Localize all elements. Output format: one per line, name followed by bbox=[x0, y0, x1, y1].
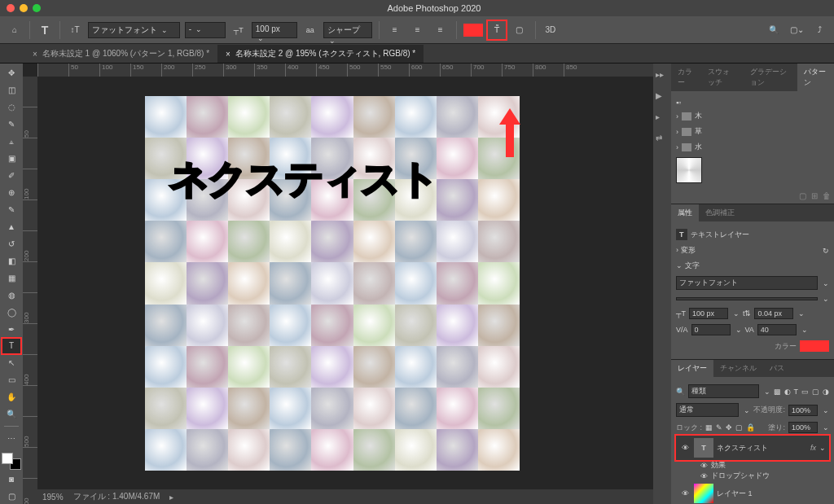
character-section[interactable]: 文字 bbox=[685, 261, 700, 270]
dock-expand-icon[interactable]: ▸▸ bbox=[656, 70, 669, 83]
threed-label[interactable]: 3D bbox=[542, 22, 559, 38]
adjustments-tab[interactable]: 色調補正 bbox=[699, 204, 741, 221]
search-icon[interactable]: 🔍 bbox=[676, 388, 685, 396]
text-color-chip[interactable] bbox=[800, 340, 829, 352]
workspace-icon[interactable]: ▢⌄ bbox=[788, 22, 805, 38]
clone-tool-icon[interactable]: ▲ bbox=[2, 219, 20, 234]
close-tab-icon[interactable]: × bbox=[33, 50, 37, 59]
pen-tool-icon[interactable]: ✒ bbox=[2, 322, 20, 337]
canvas-text-layer[interactable]: ネクスティスト bbox=[169, 153, 437, 205]
prop-kerning[interactable] bbox=[757, 324, 797, 335]
filter-pixel-icon[interactable]: ▩ bbox=[774, 388, 781, 396]
transform-section[interactable]: 変形 bbox=[681, 246, 696, 254]
prop-tracking-va[interactable] bbox=[691, 324, 731, 335]
canvas-area[interactable]: 5010015020025030035040045050055060065070… bbox=[23, 64, 653, 504]
lasso-tool-icon[interactable]: ◌ bbox=[2, 99, 20, 115]
frame-tool-icon[interactable]: ▣ bbox=[2, 151, 20, 166]
lock-all-icon[interactable]: 🔒 bbox=[746, 423, 755, 432]
close-tab-icon[interactable]: × bbox=[226, 50, 230, 59]
document-tab[interactable]: ×名称未設定 1 @ 1060% (パターン 1, RGB/8) * bbox=[24, 45, 217, 63]
screen-mode-icon[interactable]: ▢ bbox=[2, 489, 20, 504]
color-swatches[interactable] bbox=[2, 453, 21, 470]
type-tool-preset-icon[interactable]: T bbox=[37, 22, 53, 38]
history-dock-icon[interactable]: ▶ bbox=[656, 91, 669, 104]
filter-toggle-icon[interactable]: ◑ bbox=[823, 388, 829, 396]
filter-type-select[interactable]: 種類 bbox=[688, 384, 759, 398]
adjustments-dock-icon[interactable]: ⇄ bbox=[656, 134, 669, 147]
prop-font-size[interactable] bbox=[689, 308, 728, 319]
filter-shape-icon[interactable]: ▭ bbox=[801, 388, 809, 396]
file-info[interactable]: ファイル : 1.40M/4.67M bbox=[73, 491, 160, 502]
filter-adjust-icon[interactable]: ◐ bbox=[784, 388, 791, 396]
warp-text-button[interactable]: T̃ bbox=[488, 21, 506, 39]
visibility-toggle-icon[interactable]: 👁 bbox=[679, 442, 691, 454]
visibility-toggle-icon[interactable]: 👁 bbox=[679, 488, 691, 499]
folder-icon[interactable]: ▢ bbox=[799, 191, 806, 200]
eraser-tool-icon[interactable]: ◧ bbox=[2, 253, 20, 269]
pattern-folder[interactable]: ›水 bbox=[676, 140, 829, 154]
prop-font-family-select[interactable]: ファットフォント bbox=[676, 276, 818, 290]
actions-dock-icon[interactable]: ▸ bbox=[656, 112, 669, 125]
font-size-input[interactable]: 100 px bbox=[252, 22, 297, 38]
hand-tool-icon[interactable]: ✋ bbox=[2, 389, 20, 405]
marquee-tool-icon[interactable]: ◫ bbox=[2, 82, 20, 98]
align-left-icon[interactable]: ≡ bbox=[386, 21, 404, 39]
foreground-color-swatch[interactable] bbox=[2, 453, 13, 464]
eyedropper-tool-icon[interactable]: ✐ bbox=[2, 168, 20, 183]
pattern-folder[interactable]: ›木 bbox=[676, 109, 829, 123]
close-window-button[interactable] bbox=[7, 4, 15, 12]
path-select-tool-icon[interactable]: ↖ bbox=[2, 355, 20, 370]
layer-row[interactable]: 👁 T ネクスティスト fx ⌄ bbox=[676, 436, 829, 460]
reset-icon[interactable]: ↻ bbox=[823, 247, 829, 255]
layer-thumb-icon[interactable] bbox=[694, 484, 713, 503]
fill-input[interactable] bbox=[788, 422, 818, 433]
swatches-tab[interactable]: スウォッチ bbox=[701, 64, 744, 91]
prop-leading[interactable] bbox=[754, 308, 793, 319]
quick-select-tool-icon[interactable]: ✎ bbox=[2, 116, 20, 132]
maximize-window-button[interactable] bbox=[33, 4, 41, 12]
pattern-size-slider-icon[interactable]: ▪▫ bbox=[676, 99, 681, 107]
new-pattern-icon[interactable]: ⊞ bbox=[811, 191, 818, 200]
move-tool-icon[interactable]: ✥ bbox=[2, 65, 20, 81]
align-right-icon[interactable]: ≡ bbox=[432, 21, 450, 39]
quick-mask-icon[interactable]: ◙ bbox=[2, 471, 20, 487]
dodge-tool-icon[interactable]: ◯ bbox=[2, 305, 20, 320]
effect-item[interactable]: 👁ドロップシャドウ bbox=[676, 471, 829, 481]
blur-tool-icon[interactable]: ◍ bbox=[2, 287, 20, 303]
font-style-select[interactable]: - bbox=[185, 22, 226, 38]
effects-header[interactable]: 👁効果 bbox=[676, 460, 829, 471]
fx-label[interactable]: fx bbox=[810, 444, 816, 452]
font-family-select[interactable]: ファットフォント bbox=[88, 22, 180, 38]
type-tool-icon[interactable]: T bbox=[2, 339, 20, 354]
gradient-tool-icon[interactable]: ▦ bbox=[2, 270, 20, 286]
lock-artboard-icon[interactable]: ▢ bbox=[735, 423, 743, 432]
document-tab[interactable]: ×名称未設定 2 @ 195% (ネクスティスト, RGB/8) * bbox=[217, 45, 424, 63]
trash-icon[interactable]: 🗑 bbox=[823, 191, 831, 200]
status-dropdown-icon[interactable]: ▸ bbox=[169, 493, 173, 502]
lock-transparency-icon[interactable]: ▦ bbox=[705, 423, 713, 432]
layers-tab[interactable]: レイヤー bbox=[671, 360, 713, 377]
artboard[interactable]: ネクスティスト bbox=[145, 96, 520, 471]
channels-tab[interactable]: チャンネル bbox=[713, 360, 763, 377]
filter-smart-icon[interactable]: ▢ bbox=[812, 388, 819, 396]
zoom-tool-icon[interactable]: 🔍 bbox=[2, 406, 20, 422]
healing-tool-icon[interactable]: ⊕ bbox=[2, 185, 20, 200]
pattern-swatch[interactable] bbox=[676, 157, 702, 183]
paths-tab[interactable]: パス bbox=[763, 360, 791, 377]
layer-row[interactable]: 👁 レイヤー 1 bbox=[676, 481, 829, 504]
patterns-tab[interactable]: パターン bbox=[797, 64, 834, 91]
share-icon[interactable]: ⤴ bbox=[811, 22, 827, 38]
pattern-folder[interactable]: ›草 bbox=[676, 125, 829, 138]
lock-image-icon[interactable]: ✎ bbox=[716, 423, 722, 432]
text-color-swatch[interactable] bbox=[463, 24, 483, 37]
align-center-icon[interactable]: ≡ bbox=[409, 21, 427, 39]
layer-thumb-type-icon[interactable]: T bbox=[694, 438, 713, 458]
character-panel-button[interactable]: ▢ bbox=[511, 21, 529, 39]
color-tab[interactable]: カラー bbox=[671, 64, 701, 91]
text-orientation-icon[interactable]: ↕T bbox=[67, 22, 83, 38]
zoom-level[interactable]: 195% bbox=[42, 493, 64, 502]
home-icon[interactable]: ⌂ bbox=[7, 22, 23, 38]
properties-tab[interactable]: 属性 bbox=[671, 204, 699, 221]
prop-font-style-select[interactable] bbox=[676, 297, 818, 300]
search-icon[interactable]: 🔍 bbox=[766, 22, 782, 38]
